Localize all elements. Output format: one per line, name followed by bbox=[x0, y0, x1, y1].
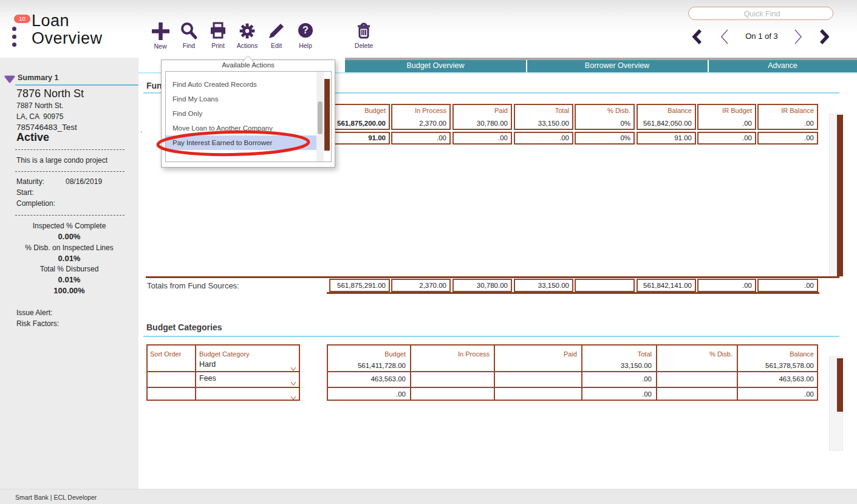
loan-id: 785746483_Test bbox=[16, 123, 77, 132]
paid-col-header: Paid bbox=[494, 350, 577, 358]
last-record-button[interactable] bbox=[819, 29, 829, 47]
balance-col-header: Balance bbox=[737, 350, 814, 358]
fund-cell: 0% bbox=[575, 132, 635, 145]
fund-cell: .00 bbox=[757, 132, 818, 145]
fund-cell: .00 bbox=[391, 132, 451, 145]
fund-cell: IR Balance.00 bbox=[757, 104, 818, 130]
print-button[interactable]: Print bbox=[204, 22, 232, 49]
fund-cell: % Disb.0% bbox=[575, 104, 635, 130]
totals-cell: .00 bbox=[697, 279, 756, 292]
red-circle-annotation bbox=[155, 130, 311, 159]
fund-scrollbar-thumb[interactable] bbox=[837, 115, 843, 276]
notification-badge: 10 bbox=[14, 15, 30, 23]
total-disbursed-label: Total % Disbursed bbox=[0, 265, 138, 273]
budget-col-header: Budget bbox=[327, 350, 406, 358]
prev-record-button[interactable] bbox=[720, 29, 729, 47]
fund-cell: Total33,150.00 bbox=[514, 104, 573, 130]
budget-category-header: Budget Category bbox=[199, 350, 250, 358]
quick-find-input[interactable] bbox=[689, 7, 835, 21]
issue-alert-label: Issue Alert: bbox=[16, 308, 52, 317]
pencil-icon bbox=[262, 22, 290, 40]
next-record-button[interactable] bbox=[794, 29, 802, 47]
popup-title: Available Actions bbox=[161, 61, 335, 69]
first-record-button[interactable] bbox=[692, 29, 702, 47]
page-title: Loan Overview bbox=[32, 12, 103, 47]
collapse-triangle-icon[interactable] bbox=[4, 75, 15, 86]
totals-cell: .00 bbox=[757, 279, 818, 292]
fund-cell: .00 bbox=[452, 132, 512, 145]
fund-cell: In Process2,370.00 bbox=[391, 104, 451, 130]
gear-icon bbox=[233, 22, 261, 40]
totals-label: Totals from Fund Sources: bbox=[147, 281, 239, 290]
question-icon: ? bbox=[292, 22, 319, 40]
completion-label: Completion: bbox=[16, 199, 55, 208]
status-bar bbox=[0, 489, 857, 504]
fund-cell: .00 bbox=[514, 132, 573, 145]
maturity-label: Maturity: bbox=[16, 177, 44, 186]
sort-order-header: Sort Order bbox=[150, 350, 181, 358]
risk-factors-label: Risk Factors: bbox=[16, 319, 59, 328]
tab-budget-overview[interactable]: Budget Overview bbox=[345, 61, 526, 70]
city-state-zip: LA, CA 90975 bbox=[16, 112, 63, 121]
fund-cell: IR Budget.00 bbox=[697, 104, 756, 130]
loan-description: This is a large condo project bbox=[16, 156, 108, 165]
help-button[interactable]: ? Help bbox=[292, 22, 319, 49]
inprocess-col-header: In Process bbox=[410, 350, 490, 358]
inspected-complete-value: 0.00% bbox=[0, 232, 138, 241]
budget-categories-heading: Budget Categories bbox=[146, 322, 222, 332]
disb-inspected-value: 0.01% bbox=[0, 254, 138, 263]
svg-text:?: ? bbox=[302, 25, 309, 35]
category-select[interactable]: Hard bbox=[199, 360, 216, 369]
totals-cell: 561,842,141.00 bbox=[637, 279, 696, 292]
edit-button[interactable]: Edit bbox=[262, 22, 290, 49]
actions-button[interactable]: Actions bbox=[233, 22, 261, 49]
search-icon bbox=[175, 22, 203, 40]
maturity-value: 08/16/2019 bbox=[66, 177, 102, 186]
totals-cell: 33,150.00 bbox=[514, 279, 573, 292]
summary-section-title[interactable]: Summary 1 bbox=[18, 73, 58, 82]
fund-cell: .00 bbox=[697, 132, 756, 145]
menu-item[interactable]: Find Auto Created Records bbox=[166, 77, 316, 92]
chevron-down-icon[interactable] bbox=[290, 392, 296, 403]
new-button[interactable]: New bbox=[146, 22, 174, 50]
delete-button[interactable]: Delete bbox=[350, 22, 378, 49]
fund-cell: 91.00 bbox=[329, 132, 390, 145]
disb-inspected-label: % Disb. on Inspected Lines bbox=[0, 243, 138, 252]
tab-advance[interactable]: Advance bbox=[708, 61, 857, 70]
total-disbursed-value2: 100.00% bbox=[0, 286, 138, 295]
total-col-header: Total bbox=[581, 350, 652, 358]
totals-cell: 30,780.00 bbox=[452, 279, 512, 292]
totals-cell bbox=[575, 279, 635, 292]
property-name: 7876 North St bbox=[16, 87, 84, 100]
fund-cell: Balance561,842,050.00 bbox=[637, 104, 696, 130]
record-position: On 1 of 3 bbox=[742, 32, 781, 41]
fund-cell: Budget561,875,200.00 bbox=[329, 104, 390, 130]
plus-icon bbox=[146, 22, 174, 41]
fund-cell: 91.00 bbox=[637, 132, 696, 145]
status-bar-text: Smart Bank | ECL Developer bbox=[15, 494, 97, 501]
chevron-down-icon[interactable] bbox=[290, 377, 296, 388]
loan-status: Active bbox=[16, 131, 49, 144]
category-select[interactable]: Fees bbox=[199, 374, 216, 383]
inspected-complete-label: Inspected % Complete bbox=[0, 222, 138, 230]
stray-text: . bbox=[140, 126, 142, 134]
menu-item[interactable]: Find My Loans bbox=[166, 92, 316, 106]
budget-scrollbar-thumb[interactable] bbox=[837, 358, 843, 412]
popup-scrollbar2-thumb[interactable] bbox=[324, 79, 330, 151]
trash-icon bbox=[350, 22, 378, 40]
totals-cell: 2,370.00 bbox=[391, 279, 451, 292]
printer-icon bbox=[204, 22, 232, 40]
address-line: 7887 North St. bbox=[16, 101, 63, 110]
quick-find-container bbox=[688, 7, 833, 20]
fund-cell: Paid30,780.00 bbox=[452, 104, 512, 130]
chevron-down-icon[interactable] bbox=[290, 363, 296, 373]
totals-cell: 561,875,291.00 bbox=[329, 279, 390, 292]
pctdisb-col-header: % Disb. bbox=[656, 350, 732, 358]
popup-scrollbar-thumb[interactable] bbox=[318, 101, 323, 134]
start-label: Start: bbox=[16, 188, 34, 197]
total-disbursed-value: 0.01% bbox=[0, 275, 138, 284]
menu-item[interactable]: Find Only bbox=[166, 106, 316, 121]
tab-borrower-overview[interactable]: Borrower Overview bbox=[527, 61, 708, 70]
find-button[interactable]: Find bbox=[175, 22, 203, 49]
